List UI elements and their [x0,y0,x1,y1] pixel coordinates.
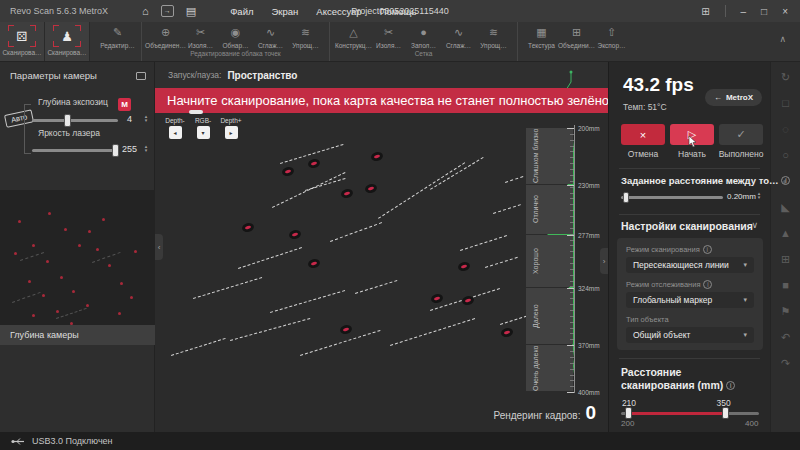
reset-view-icon[interactable]: ↻ [781,72,790,83]
circle-select-icon[interactable]: ○ [782,150,789,161]
toolbar-merge-button[interactable]: ⊞Объедини… [560,24,593,49]
done-button[interactable]: ✓ [719,124,763,145]
preview-dot [60,276,63,279]
scan-button-2[interactable]: ♟Сканирова… [45,22,90,61]
toolbar-collapse-icon[interactable]: ∧ [779,34,786,44]
caret-down-icon: ▾ [743,296,747,304]
scan-viewport-3d[interactable]: Запуск/пауза: Пространство Начните скани… [155,62,608,432]
app-title: Revo Scan 5.6.3 MetroX [10,6,108,16]
lasso-select-icon[interactable]: ◌ [782,124,789,135]
toolbar-simplify-mesh-button[interactable]: ≋Упрощ… [477,24,510,49]
menu-item-1[interactable]: Экран [271,6,298,17]
popout-icon[interactable] [136,72,146,80]
point-distance-slider[interactable] [621,196,723,199]
camera-params-panel: Параметры камеры Глубина экспозиц M Авто… [0,62,155,432]
distance-high-handle[interactable] [722,407,729,419]
point-distance-heading: Заданное расстояние между то… [621,175,790,186]
layout-toggle-icon[interactable]: ⊞ [701,6,709,17]
toolbar-smooth-mesh-button[interactable]: ∿Сглаж… [442,24,475,49]
box-icon[interactable]: ■ [782,280,789,291]
merge-icon: ⊞ [572,24,581,40]
tick-mark [570,222,574,223]
exposure-slider-handle[interactable] [64,114,71,127]
construct-mesh-icon: △ [349,24,357,40]
point-distance-value[interactable]: 0.20mm [727,192,756,201]
toolbar-isolate-mesh-button[interactable]: ✂Изоля… [372,24,405,49]
left-panel-collapse[interactable]: ‹ [155,234,163,260]
tick-mark [570,281,574,282]
select-value: Пересекающиеся линии [633,260,729,270]
cone-icon[interactable]: ◣ [781,202,789,213]
exposure-stepper[interactable] [142,114,150,122]
tick-mark [570,216,574,217]
laser-slider[interactable] [32,149,118,152]
laser-value[interactable]: 255 [122,144,137,154]
scan-buttons: ⚄Сканирова…♟Сканирова… [0,22,90,61]
cam-toggle-depth-button[interactable]: ◂ [169,126,182,139]
toolbar-detect-button[interactable]: ◉Обнар… [219,24,252,49]
toolbar-edit-button[interactable]: ✎Редактир… [101,24,134,49]
toolbar-merge-points-button[interactable]: ⊕Объединен… [149,24,182,49]
separator [725,5,726,17]
point-distance-handle[interactable] [623,192,629,203]
simplify-mesh-icon: ≋ [489,24,498,40]
quality-zone-1: Отлично [526,185,573,234]
camera-views-handle[interactable] [189,110,203,114]
main-toolbar: ⚄Сканирова…♟Сканирова… ✎Редактир…⊕Объеди… [0,22,800,62]
info-icon[interactable] [703,245,712,254]
toolbar-construct-mesh-button[interactable]: △Конструкц… [337,24,370,49]
toolbar-smooth-points-button[interactable]: ∿Сглаж… [254,24,287,49]
select-field-2[interactable]: Общий объект▾ [626,327,754,343]
info-icon[interactable] [726,381,735,390]
exposure-slider[interactable] [32,119,118,122]
rect-select-icon[interactable]: □ [782,98,789,109]
maximize-icon[interactable]: □ [761,6,767,17]
home-icon[interactable]: ⌂ [142,5,149,17]
preview-dot [108,264,111,267]
info-icon[interactable] [703,280,712,289]
scan-marker [241,222,255,234]
cam-toggle-rgb-button[interactable]: ▾ [197,126,210,139]
point-distance-stepper[interactable] [755,191,763,199]
undo-icon[interactable]: ↶ [781,332,790,343]
toolbar-isolate-points-button[interactable]: ✂Изоля… [184,24,217,49]
plane-icon[interactable]: ▲ [780,228,791,239]
window-controls: ⊞–□× [701,5,788,17]
right-panel-collapse[interactable]: › [600,248,608,274]
redo-icon[interactable]: ↷ [781,358,790,369]
laser-stepper[interactable] [142,144,150,152]
duplicate-icon[interactable]: ⊞ [781,254,790,265]
info-icon[interactable] [781,176,790,185]
distance-low-handle[interactable] [625,407,632,419]
manual-mode-badge[interactable]: M [118,98,131,111]
cam-toggle-depth-button[interactable]: ▸ [225,126,238,139]
laser-slider-handle[interactable] [112,144,119,157]
select-field-1[interactable]: Глобальный маркер▾ [626,292,754,308]
scan-button-1[interactable]: ⚄Сканирова… [0,22,45,61]
tick-mark [570,257,574,258]
texture-icon: ▦ [536,24,546,40]
new-project-icon[interactable]: → [161,5,174,17]
toolbar-simplify-points-button[interactable]: ≋Упрощ… [289,24,322,49]
start-button[interactable]: ▷ [670,124,714,145]
flag-icon[interactable]: ⚑ [781,306,791,317]
chevron-down-icon[interactable]: ∨ [751,220,758,230]
distance-max-label: 400 [745,419,758,428]
open-folder-icon[interactable]: ▤ [186,5,196,17]
toolbar-texture-button[interactable]: ▦Текстура [525,24,558,49]
toolbar-export-button[interactable]: ⇧Экспор… [595,24,628,49]
exposure-value[interactable]: 4 [127,114,132,124]
toolbar-fill-holes-button[interactable]: ●Запол… [407,24,440,49]
scan-marker [307,158,321,170]
minimize-icon[interactable]: – [741,6,747,17]
statusbar: USB3.0 Подключен [0,432,800,450]
cancel-button[interactable]: × [621,124,665,145]
depth-camera-preview[interactable] [0,190,155,345]
device-metrox-button[interactable]: ← MetroX [705,89,762,106]
select-value: Общий объект [633,330,690,340]
tick-mark [570,304,574,305]
select-field-0[interactable]: Пересекающиеся линии▾ [626,257,754,273]
close-icon[interactable]: × [782,6,788,17]
menu-item-0[interactable]: Файл [230,6,253,17]
scan-marker [457,261,471,273]
